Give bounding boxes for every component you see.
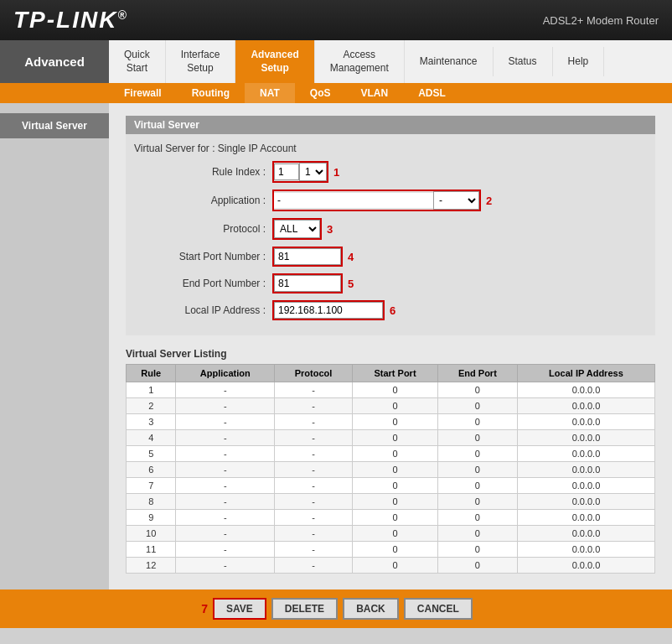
subnav-vlan[interactable]: VLAN (345, 83, 403, 103)
cell-local-ip: 0.0.0.0 (517, 494, 654, 510)
table-row[interactable]: 6 - - 0 0 0.0.0.0 (127, 462, 655, 478)
tab-status[interactable]: Status (494, 47, 553, 77)
delete-button[interactable]: DELETE (271, 598, 338, 620)
table-header: Rule Application Protocol Start Port End… (127, 365, 655, 382)
cell-application: - (176, 430, 275, 446)
save-button[interactable]: SAVE (213, 598, 266, 620)
cell-protocol: - (275, 398, 353, 414)
cell-rule: 3 (127, 414, 176, 430)
footer-bar: 7 SAVE DELETE BACK CANCEL (0, 589, 672, 628)
start-port-row: Start Port Number : 4 (142, 247, 638, 267)
subnav-nat[interactable]: NAT (245, 83, 295, 103)
table-row[interactable]: 8 - - 0 0 0.0.0.0 (127, 494, 655, 510)
cell-start-port: 0 (353, 462, 438, 478)
subnav-routing[interactable]: Routing (177, 83, 245, 103)
rule-index-input[interactable] (274, 164, 299, 180)
cell-application: - (176, 382, 275, 398)
form-section: Virtual Server Virtual Server for : Sing… (126, 116, 655, 335)
cell-local-ip: 0.0.0.0 (517, 510, 654, 526)
logo-mark: ® (117, 8, 127, 22)
subnav-adsl[interactable]: ADSL (403, 83, 461, 103)
cell-end-port: 0 (437, 558, 517, 574)
protocol-box: ALLTCPUDP (272, 218, 322, 240)
table-row[interactable]: 1 - - 0 0 0.0.0.0 (127, 382, 655, 398)
tab-help[interactable]: Help (553, 47, 605, 77)
table-section: Virtual Server Listing Rule Application … (126, 348, 655, 574)
nav-tabs: QuickStart InterfaceSetup AdvancedSetup … (109, 40, 672, 83)
tab-access-management[interactable]: AccessManagement (315, 40, 405, 83)
table-row[interactable]: 11 - - 0 0 0.0.0.0 (127, 542, 655, 558)
subnav-qos[interactable]: QoS (295, 83, 346, 103)
cell-end-port: 0 (437, 510, 517, 526)
cell-end-port: 0 (437, 494, 517, 510)
cell-end-port: 0 (437, 398, 517, 414)
col-rule: Rule (127, 365, 176, 382)
end-port-input[interactable] (274, 275, 341, 292)
cancel-button[interactable]: CANCEL (404, 598, 473, 620)
table-row[interactable]: 5 - - 0 0 0.0.0.0 (127, 446, 655, 462)
col-start-port: Start Port (353, 365, 438, 382)
cell-rule: 1 (127, 382, 176, 398)
tab-maintenance[interactable]: Maintenance (405, 47, 494, 77)
cell-application: - (176, 446, 275, 462)
rule-index-select[interactable]: 123 (299, 163, 327, 181)
sub-nav: Firewall Routing NAT QoS VLAN ADSL (0, 83, 672, 103)
start-port-label: Start Port Number : (142, 251, 272, 262)
cell-local-ip: 0.0.0.0 (517, 398, 654, 414)
subnav-firewall[interactable]: Firewall (109, 83, 177, 103)
cell-rule: 10 (127, 526, 176, 542)
cell-start-port: 0 (353, 510, 438, 526)
table-row[interactable]: 3 - - 0 0 0.0.0.0 (127, 414, 655, 430)
sidebar-item-virtual-server[interactable]: Virtual Server (0, 113, 109, 138)
cell-protocol: - (275, 494, 353, 510)
tab-advanced-setup[interactable]: AdvancedSetup (235, 40, 314, 83)
local-ip-input[interactable] (274, 302, 383, 319)
tab-quick-start[interactable]: QuickStart (109, 40, 166, 83)
cell-local-ip: 0.0.0.0 (517, 478, 654, 494)
cell-end-port: 0 (437, 542, 517, 558)
table-row[interactable]: 4 - - 0 0 0.0.0.0 (127, 430, 655, 446)
application-box: - (272, 190, 481, 211)
table-row[interactable]: 9 - - 0 0 0.0.0.0 (127, 510, 655, 526)
start-port-box (272, 247, 343, 267)
table-row[interactable]: 12 - - 0 0 0.0.0.0 (127, 558, 655, 574)
cell-end-port: 0 (437, 478, 517, 494)
cell-end-port: 0 (437, 526, 517, 542)
cell-start-port: 0 (353, 494, 438, 510)
protocol-select[interactable]: ALLTCPUDP (274, 220, 320, 238)
cell-protocol: - (275, 526, 353, 542)
col-local-ip: Local IP Address (517, 365, 654, 382)
nav-sidebar-label: Advanced (0, 40, 109, 83)
tab-interface-setup[interactable]: InterfaceSetup (166, 40, 236, 83)
logo-text: TP-LINK (13, 7, 117, 33)
cell-protocol: - (275, 510, 353, 526)
table-row[interactable]: 7 - - 0 0 0.0.0.0 (127, 478, 655, 494)
cell-rule: 9 (127, 510, 176, 526)
table-row[interactable]: 10 - - 0 0 0.0.0.0 (127, 526, 655, 542)
local-ip-row: Local IP Address : 6 (142, 300, 638, 320)
main-layout: Virtual Server Virtual Server Virtual Se… (0, 103, 672, 589)
cell-protocol: - (275, 430, 353, 446)
header: TP-LINK® ADSL2+ Modem Router (0, 0, 672, 40)
cell-protocol: - (275, 382, 353, 398)
content-area: Virtual Server Virtual Server for : Sing… (109, 103, 672, 589)
back-button[interactable]: BACK (343, 598, 399, 620)
local-ip-label: Local IP Address : (142, 304, 272, 316)
router-label: ADSL2+ Modem Router (543, 14, 659, 27)
cell-application: - (176, 478, 275, 494)
cell-rule: 2 (127, 398, 176, 414)
sidebar: Virtual Server (0, 103, 109, 589)
cell-end-port: 0 (437, 462, 517, 478)
cell-start-port: 0 (353, 558, 438, 574)
table-row[interactable]: 2 - - 0 0 0.0.0.0 (127, 398, 655, 414)
cell-protocol: - (275, 542, 353, 558)
application-input[interactable] (274, 193, 433, 208)
cell-rule: 12 (127, 558, 176, 574)
start-port-input[interactable] (274, 248, 341, 265)
cell-local-ip: 0.0.0.0 (517, 526, 654, 542)
application-dropdown[interactable]: - (433, 191, 479, 210)
local-ip-box (272, 300, 385, 320)
cell-application: - (176, 398, 275, 414)
end-port-box (272, 273, 343, 293)
cell-end-port: 0 (437, 430, 517, 446)
